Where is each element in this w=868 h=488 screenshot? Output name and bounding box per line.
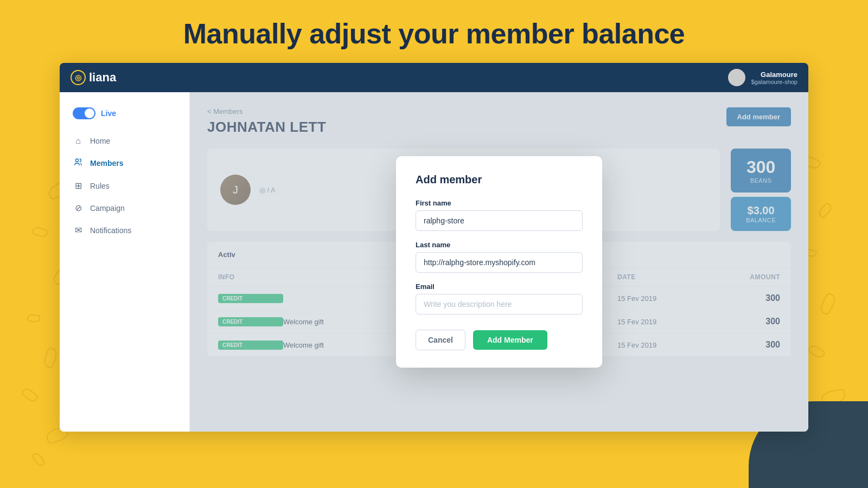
last-name-label: Last name [416, 241, 583, 249]
hero-title: Manually adjust your member balance [0, 0, 868, 63]
add-member-modal: Add member First name Last name Email [396, 156, 602, 368]
avatar [728, 69, 745, 86]
first-name-group: First name [416, 199, 583, 231]
live-switch[interactable] [73, 107, 95, 119]
user-info: Galamoure $galamoure-shop [751, 70, 797, 85]
add-member-submit-button[interactable]: Add Member [473, 330, 547, 350]
sidebar-item-notifications[interactable]: ✉ Notifications [60, 219, 189, 241]
svg-point-0 [75, 159, 78, 162]
main-content: < Members JOHNATAN LETT Add member J ◎ /… [190, 92, 808, 432]
modal-title: Add member [416, 174, 583, 186]
sidebar-item-rules[interactable]: ⊞ Rules [60, 175, 189, 197]
live-toggle[interactable]: Live [60, 103, 189, 130]
user-name: Galamoure [751, 70, 797, 79]
email-group: Email [416, 282, 583, 314]
user-shop: $galamoure-shop [751, 79, 797, 85]
logo-text: liana [89, 70, 116, 85]
sidebar-item-home[interactable]: ⌂ Home [60, 130, 189, 152]
last-name-input[interactable] [416, 252, 583, 273]
first-name-label: First name [416, 199, 583, 207]
live-label: Live [101, 109, 116, 118]
first-name-input[interactable] [416, 210, 583, 231]
last-name-group: Last name [416, 241, 583, 273]
sidebar-item-label: Members [90, 159, 123, 168]
app-body: Live ⌂ Home Members ⊞ Rules ⊘ Campaign [60, 92, 808, 432]
sidebar-item-label: Campaign [90, 204, 125, 213]
notifications-icon: ✉ [73, 225, 84, 235]
sidebar-item-label: Notifications [90, 226, 131, 235]
email-label: Email [416, 282, 583, 291]
sidebar-item-label: Home [90, 137, 110, 145]
sidebar: Live ⌂ Home Members ⊞ Rules ⊘ Campaign [60, 92, 190, 432]
modal-overlay: Add member First name Last name Email [190, 92, 808, 432]
user-profile[interactable]: Galamoure $galamoure-shop [728, 69, 797, 86]
sidebar-item-members[interactable]: Members [60, 152, 189, 175]
email-input[interactable] [416, 294, 583, 314]
rules-icon: ⊞ [73, 181, 84, 191]
sidebar-item-campaign[interactable]: ⊘ Campaign [60, 197, 189, 219]
home-icon: ⌂ [73, 136, 84, 146]
logo: ◎ liana [71, 70, 116, 85]
members-icon [73, 158, 84, 169]
cancel-button[interactable]: Cancel [416, 330, 465, 350]
modal-actions: Cancel Add Member [416, 330, 583, 350]
navbar: ◎ liana Galamoure $galamoure-shop [60, 63, 808, 92]
campaign-icon: ⊘ [73, 203, 84, 213]
logo-icon: ◎ [71, 70, 86, 85]
sidebar-item-label: Rules [90, 182, 110, 190]
